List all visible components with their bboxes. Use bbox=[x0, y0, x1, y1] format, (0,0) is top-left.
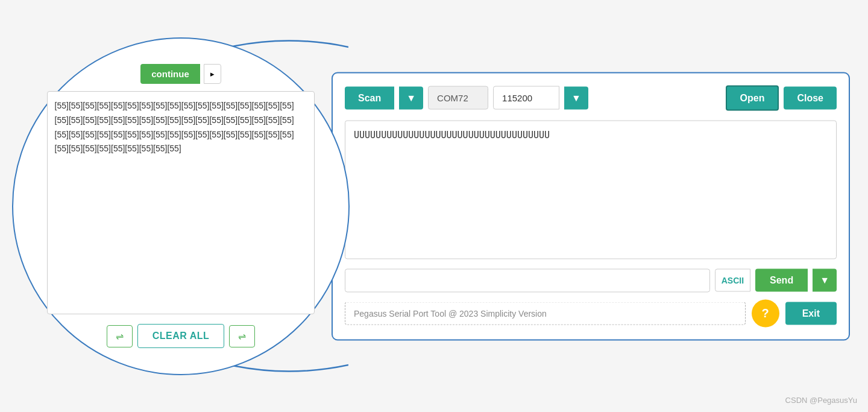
help-button[interactable]: ? bbox=[752, 299, 779, 327]
baud-dropdown-button[interactable]: ▼ bbox=[564, 86, 588, 109]
status-bar: Pegasus Serial Port Tool @ 2023 Simplici… bbox=[345, 302, 746, 325]
toolbar: Scan ▼ ▼ Open Close bbox=[345, 85, 837, 110]
continue-button[interactable]: continue bbox=[140, 64, 200, 84]
exit-button[interactable]: Exit bbox=[785, 302, 837, 325]
close-button[interactable]: Close bbox=[784, 86, 837, 109]
circle-inner: continue ▸ [55][55][55][55][55][55][55][… bbox=[47, 64, 315, 348]
ascii-label: ASCII bbox=[715, 269, 750, 292]
com-input[interactable] bbox=[428, 86, 488, 110]
main-container: continue ▸ [55][55][55][55][55][55][55][… bbox=[0, 0, 868, 412]
send-button[interactable]: Send bbox=[755, 269, 808, 292]
left-icon-button[interactable]: ⇌ bbox=[107, 325, 133, 347]
send-input[interactable] bbox=[345, 268, 710, 292]
scan-dropdown-button[interactable]: ▼ bbox=[399, 86, 423, 109]
send-dropdown-button[interactable]: ▼ bbox=[813, 269, 837, 292]
bottom-controls: ⇌ CLEAR ALL ⇌ bbox=[107, 324, 256, 348]
right-icon-button[interactable]: ⇌ bbox=[229, 325, 255, 347]
send-row: ASCII Send ▼ bbox=[345, 268, 837, 292]
open-button[interactable]: Open bbox=[726, 85, 779, 110]
continue-arrow-button[interactable]: ▸ bbox=[204, 64, 221, 84]
right-panel: Scan ▼ ▼ Open Close ASCII Send ▼ Pegasus… bbox=[332, 72, 850, 340]
serial-output[interactable] bbox=[345, 120, 837, 259]
bottom-row: Pegasus Serial Port Tool @ 2023 Simplici… bbox=[345, 299, 837, 327]
hex-display: [55][55][55][55][55][55][55][55][55][55]… bbox=[47, 91, 315, 314]
continue-row: continue ▸ bbox=[47, 64, 315, 84]
circle-panel: continue ▸ [55][55][55][55][55][55][55][… bbox=[12, 37, 350, 375]
scan-button[interactable]: Scan bbox=[345, 86, 394, 109]
watermark: CSDN @PegasusYu bbox=[785, 396, 857, 405]
clear-all-button[interactable]: CLEAR ALL bbox=[137, 324, 225, 348]
baud-input[interactable] bbox=[493, 86, 559, 110]
